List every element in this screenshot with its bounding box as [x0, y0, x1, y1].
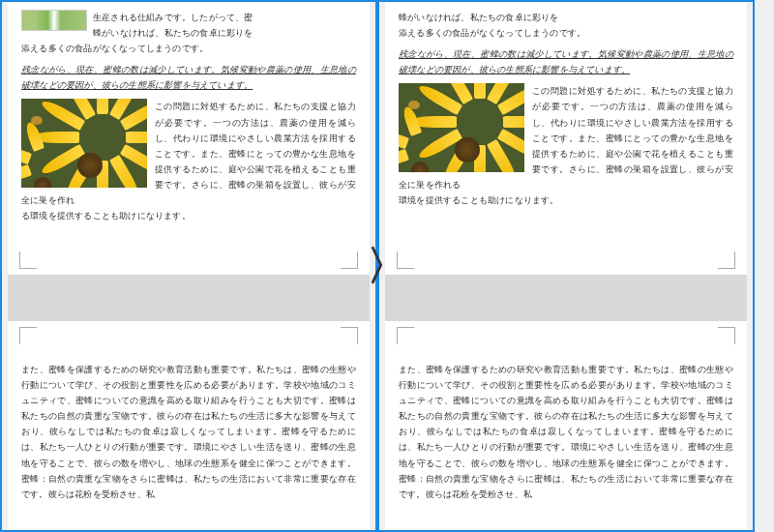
- page-lower: また、蜜蜂を保護するための研究や教育活動も重要です。私たちは、蜜蜂の生態や行動に…: [8, 321, 370, 532]
- page-gap: [385, 275, 747, 321]
- comparison-container: 生産される仕組みです。したがって、蜜 蜂がいなければ、私たちの食卓に彩りを 添え…: [0, 0, 774, 532]
- page-upper: 蜂がいなければ、私たちの食卓に彩りを 添える多くの食品がなくなってしまうのです。…: [385, 2, 747, 275]
- sunflower-image: [21, 99, 147, 188]
- page-corner-tr: [341, 327, 358, 344]
- page-corner-tl: [397, 327, 414, 344]
- page-gap: [8, 275, 370, 321]
- paragraph-1c: 添える多くの食品がなくなってしまうのです。: [399, 25, 733, 41]
- left-document-pane[interactable]: 生産される仕組みです。したがって、蜜 蜂がいなければ、私たちの食卓に彩りを 添え…: [0, 0, 377, 532]
- paragraph-2-emphasis: 残念ながら、現在、蜜蜂の数は減少しています。気候変動や農薬の使用、生息地の破壊な…: [21, 62, 356, 93]
- thumbnail-image: [21, 10, 87, 31]
- page-upper: 生産される仕組みです。したがって、蜜 蜂がいなければ、私たちの食卓に彩りを 添え…: [8, 2, 370, 275]
- paragraph-4: また、蜜蜂を保護するための研究や教育活動も重要です。私たちは、蜜蜂の生態や行動に…: [21, 362, 356, 502]
- paragraph-1b: 蜂がいなければ、私たちの食卓に彩りを: [399, 10, 733, 25]
- page-corner-br: [341, 251, 358, 269]
- page-lower: また、蜜蜂を保護するための研究や教育活動も重要です。私たちは、蜜蜂の生態や行動に…: [385, 321, 747, 532]
- page-corner-tl: [19, 327, 37, 344]
- page-corner-br: [718, 251, 735, 269]
- paragraph-1c: 添える多くの食品がなくなってしまうのです。: [21, 41, 356, 56]
- page-corner-bl: [19, 251, 37, 269]
- page-corner-tr: [718, 327, 735, 344]
- transition-arrow-icon: 〉: [367, 239, 407, 293]
- paragraph-3-tail: 環境を提供することも助けになります。: [399, 192, 733, 208]
- paragraph-3-tail: る環境を提供することも助けになります。: [21, 208, 356, 223]
- sunflower-image: [399, 83, 524, 172]
- paragraph-2-emphasis: 残念ながら、現在、蜜蜂の数は減少しています。気候変動や農薬の使用、生息地の破壊な…: [399, 46, 733, 77]
- paragraph-4: また、蜜蜂を保護するための研究や教育活動も重要です。私たちは、蜜蜂の生態や行動に…: [399, 362, 733, 502]
- right-document-pane[interactable]: 蜂がいなければ、私たちの食卓に彩りを 添える多くの食品がなくなってしまうのです。…: [377, 0, 755, 532]
